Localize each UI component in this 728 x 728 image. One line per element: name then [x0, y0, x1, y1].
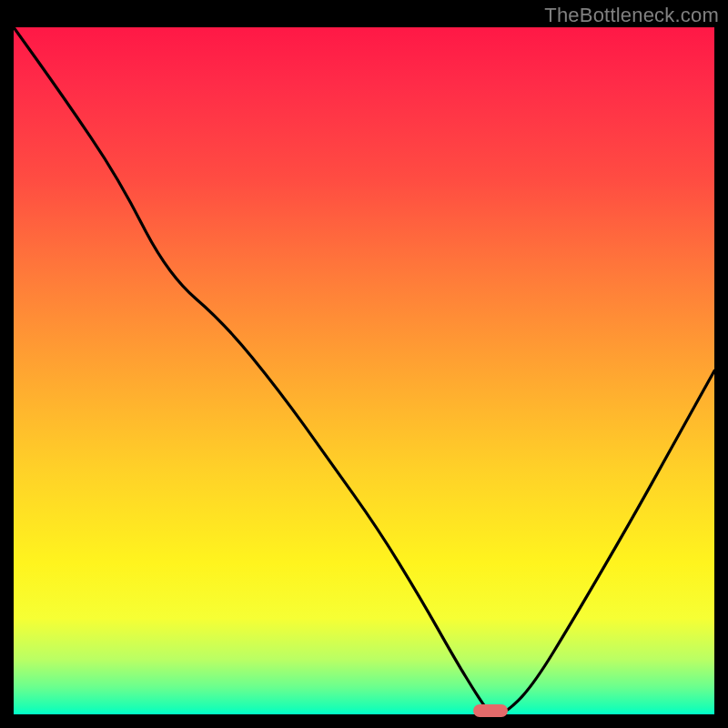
attribution-text: TheBottleneck.com — [544, 4, 719, 27]
plot-area — [14, 27, 714, 714]
optimal-marker — [473, 704, 508, 717]
bottleneck-curve — [14, 27, 714, 714]
chart-stage: TheBottleneck.com — [0, 0, 728, 728]
curve-path — [14, 27, 714, 714]
